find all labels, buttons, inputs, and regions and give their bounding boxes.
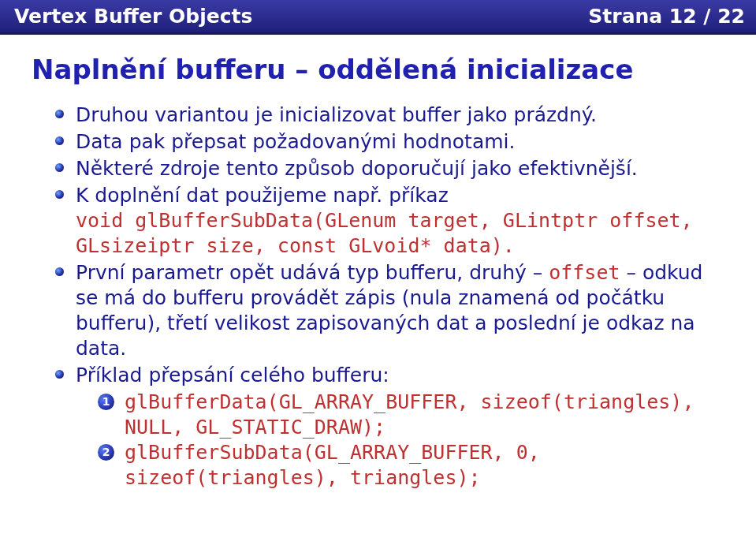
bullet-text: Data pak přepsat požadovanými hodnotami. bbox=[76, 130, 515, 153]
slide-content: Naplnění bufferu – oddělená inicializace… bbox=[0, 35, 756, 491]
bullet-icon bbox=[55, 163, 64, 172]
bullet-text: Příklad přepsání celého bufferu: bbox=[76, 364, 389, 386]
enum-item: 1glBufferData(GL_ARRAY_BUFFER, sizeof(tr… bbox=[98, 390, 724, 440]
bullet-icon bbox=[55, 110, 64, 118]
bullet-item: Některé zdroje tento způsob doporučují j… bbox=[55, 156, 724, 181]
bullet-item: Data pak přepsat požadovanými hodnotami. bbox=[55, 129, 724, 155]
code-block: glBufferData(GL_ARRAY_BUFFER, sizeof(tri… bbox=[125, 390, 724, 440]
bullet-text: Některé zdroje tento způsob doporučují j… bbox=[76, 157, 638, 180]
enum-number-icon: 1 bbox=[98, 394, 114, 410]
bullet-item: Druhou variantou je inicializovat buffer… bbox=[55, 103, 724, 128]
bullet-text: První parametr opět udává typ bufferu, d… bbox=[76, 261, 549, 284]
enum-item: 2glBufferSubData(GL_ARRAY_BUFFER, 0,size… bbox=[98, 440, 724, 491]
bullet-item: K doplnění dat použijeme např. příkazvoi… bbox=[55, 183, 724, 259]
bullet-item: První parametr opět udává typ bufferu, d… bbox=[55, 260, 724, 361]
bullet-icon bbox=[55, 190, 64, 199]
inline-code: offset bbox=[549, 261, 620, 284]
slide-header: Vertex Buffer Objects Strana 12 / 22 bbox=[0, 0, 756, 35]
bullet-text: K doplnění dat použijeme např. příkaz bbox=[76, 184, 449, 207]
bullet-icon bbox=[55, 136, 64, 145]
enum-list: 1glBufferData(GL_ARRAY_BUFFER, sizeof(tr… bbox=[76, 390, 724, 491]
slide-title: Naplnění bufferu – oddělená inicializace bbox=[32, 54, 724, 85]
bullet-text: Druhou variantou je inicializovat buffer… bbox=[76, 103, 597, 126]
bullet-icon bbox=[55, 267, 64, 276]
bullet-icon bbox=[55, 370, 64, 379]
enum-number-icon: 2 bbox=[98, 444, 114, 461]
bullet-item: Příklad přepsání celého bufferu:1glBuffe… bbox=[55, 363, 724, 491]
header-right: Strana 12 / 22 bbox=[588, 5, 745, 28]
code-block: void glBufferSubData(GLenum target, GLin… bbox=[76, 208, 724, 259]
header-left: Vertex Buffer Objects bbox=[14, 5, 252, 28]
code-block: glBufferSubData(GL_ARRAY_BUFFER, 0,sizeo… bbox=[125, 440, 724, 491]
bullet-list: Druhou variantou je inicializovat buffer… bbox=[32, 103, 724, 491]
